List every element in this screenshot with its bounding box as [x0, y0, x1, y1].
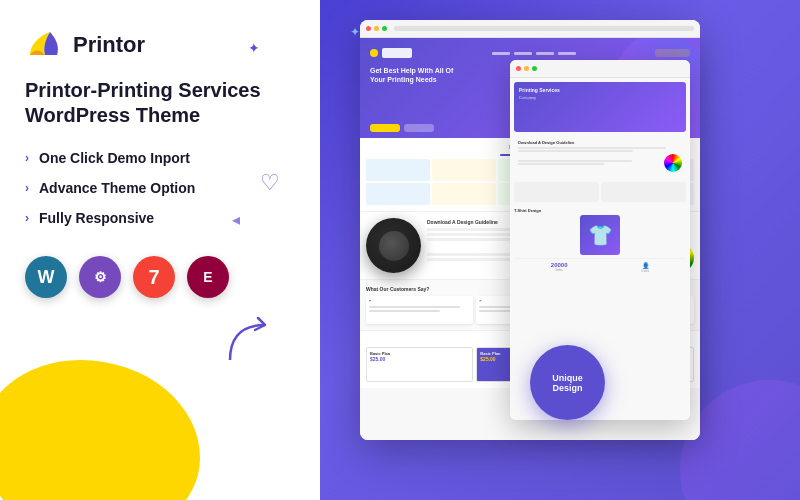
feature-item-2: › Advance Theme Option — [25, 180, 295, 196]
ss-hero-text: Get Best Help With All Of Your Printing … — [370, 66, 470, 84]
ss-nav-items — [492, 52, 576, 55]
redux-icon: ⚙ — [79, 256, 121, 298]
browser-bar-main — [360, 20, 700, 38]
features-list: › One Click Demo Inport › Advance Theme … — [25, 150, 295, 226]
theme-title: Printor-Printing Services WordPress Them… — [25, 78, 295, 128]
tech-icons: W ⚙ 7 E — [25, 256, 295, 298]
ink-object — [366, 218, 421, 273]
browser-bar-back — [510, 60, 690, 78]
star-decoration: ✦ — [248, 40, 260, 56]
arrow-decoration: ◂ — [232, 210, 240, 229]
feature-item-3: › Fully Responsive — [25, 210, 295, 226]
yellow-blob-decoration — [0, 360, 200, 500]
ss-logo-small — [382, 48, 412, 58]
curve-arrow-decoration — [220, 310, 280, 370]
ss-back-section-1: Download A Design Guideline — [514, 136, 686, 176]
chevron-icon-2: › — [25, 181, 29, 195]
review-card-1: " — [366, 296, 473, 324]
chevron-icon-3: › — [25, 211, 29, 225]
unique-design-badge: Unique Design — [530, 345, 605, 420]
browser-dot-yellow — [374, 26, 379, 31]
main-container: Printor Printor-Printing Services WordPr… — [0, 0, 800, 500]
ss-back-hero: Printing Services Company — [514, 82, 686, 132]
screenshots-container: Get Best Help With All Of Your Printing … — [330, 20, 800, 500]
chevron-icon-1: › — [25, 151, 29, 165]
heart-decoration: ♡ — [260, 170, 280, 196]
logo-icon — [25, 30, 65, 60]
seven-icon: 7 — [133, 256, 175, 298]
blue-star-decoration: ✦ — [350, 25, 360, 39]
wordpress-icon: W — [25, 256, 67, 298]
browser-dot-green — [382, 26, 387, 31]
feature-item-1: › One Click Demo Inport — [25, 150, 295, 166]
right-panel: ✦ — [320, 0, 800, 500]
browser-dot-red — [366, 26, 371, 31]
elementor-icon: E — [187, 256, 229, 298]
logo-text: Printor — [73, 32, 145, 58]
left-panel: Printor Printor-Printing Services WordPr… — [0, 0, 320, 500]
pricing-card-1: Basic Plan $25.00 — [366, 347, 473, 382]
